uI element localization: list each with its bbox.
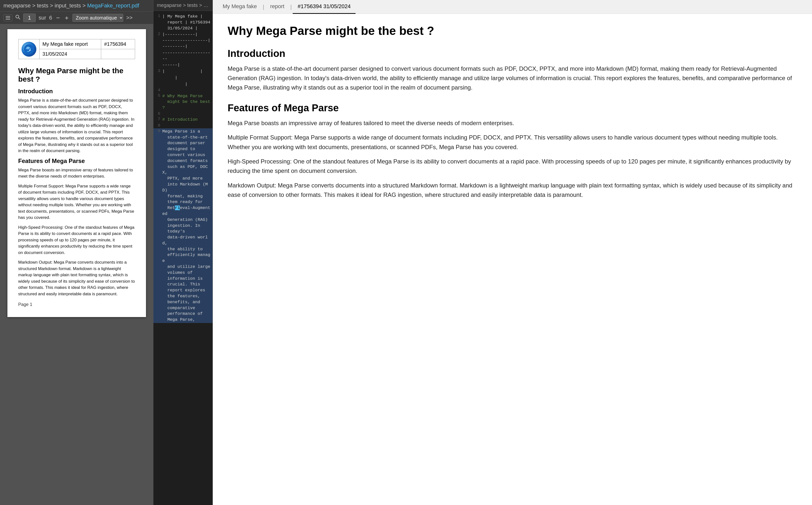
tab-report[interactable]: report	[265, 0, 289, 14]
code-line-1: 1 | My Mega fake | report | #1756394 31/…	[153, 13, 213, 31]
line-number: 2	[155, 32, 160, 49]
pdf-page: My Mega fake report #1756394 31/05/2024 …	[7, 29, 146, 317]
tab-separator: |	[262, 4, 265, 10]
line-text: ---------------------	[162, 50, 211, 62]
markdown-content: Why Mega Parse might be the best ? Intro…	[213, 14, 812, 505]
page-total: 6	[49, 15, 52, 21]
line-number: 9	[155, 129, 160, 323]
pdf-main-title: Why Mega Parse might be the best ?	[18, 66, 135, 83]
svg-point-3	[16, 15, 19, 18]
zoom-select[interactable]: Zoom automatique 50% 75% 100% 125% 150%	[73, 14, 123, 22]
svg-point-5	[24, 44, 34, 54]
code-line-9: 9 Mega Parse is a state-of-the-art docum…	[153, 128, 213, 323]
line-text: # Why Mega Parse might be the best ?	[162, 93, 211, 111]
tab-my-mega-fake[interactable]: My Mega fake	[218, 0, 262, 14]
sidebar-toggle-button[interactable]	[3, 14, 12, 21]
svg-point-6	[27, 47, 29, 49]
line-text: |------------|------------------|-------…	[162, 32, 210, 49]
svg-rect-2	[6, 19, 10, 19]
code-line-cont2: ------|	[153, 62, 213, 68]
zoom-out-button[interactable]: −	[55, 14, 61, 22]
markdown-h2-features: Features of Mega Parse	[228, 103, 797, 114]
line-number: 6	[155, 111, 160, 116]
line-number	[155, 81, 160, 87]
code-line-8: 8	[153, 123, 213, 128]
tab-separator-2: |	[289, 4, 293, 10]
code-line-2: 2 |------------|------------------|-----…	[153, 31, 213, 49]
pdf-intro-paragraph: Mega Parse is a state-of-the-art documen…	[18, 97, 135, 154]
line-number: 3	[155, 68, 160, 74]
code-line-3: 3 | |	[153, 68, 213, 75]
code-line-4: 4	[153, 88, 213, 93]
markdown-h1: Why Mega Parse might be the best ?	[228, 24, 797, 38]
pdf-content: My Mega fake report #1756394 31/05/2024 …	[0, 24, 153, 505]
line-number: 1	[155, 14, 160, 31]
page-separator: sur	[39, 15, 46, 21]
pdf-panel: megaparse > tests > input_tests > MegaFa…	[0, 0, 153, 505]
line-number	[155, 50, 160, 62]
pdf-page-number: Page 1	[18, 302, 135, 307]
pdf-features-p4: Markdown Output: Mega Parse converts doc…	[18, 259, 135, 297]
code-content-area[interactable]: 1 | My Mega fake | report | #1756394 31/…	[153, 11, 213, 505]
pdf-features-p3: High-Speed Processing: One of the stando…	[18, 224, 135, 256]
markdown-features-p3: High-Speed Processing: One of the stando…	[228, 157, 797, 176]
line-text: Mega Parse is a state-of-the-art documen…	[162, 129, 211, 323]
svg-rect-0	[6, 16, 10, 17]
code-panel: megaparse > tests > output_tests 1 | My …	[153, 0, 213, 505]
pdf-features-p2: Multiple Format Support: Mega Parse supp…	[18, 183, 135, 221]
markdown-h2-intro: Introduction	[228, 48, 797, 59]
pdf-intro-heading: Introduction	[18, 88, 135, 95]
pdf-features-heading: Features of Mega Parse	[18, 158, 135, 164]
pdf-header-table: My Mega fake report #1756394 31/05/2024	[18, 39, 135, 59]
code-line-3c: |	[153, 81, 213, 88]
more-button[interactable]: >>	[126, 15, 133, 21]
line-text: | |	[162, 68, 202, 74]
pdf-controls-bar: sur 6 − + Zoom automatique 50% 75% 100% …	[0, 12, 153, 24]
page-number-input[interactable]	[23, 14, 36, 22]
markdown-intro-paragraph: Mega Parse is a state-of-the-art documen…	[228, 64, 797, 93]
search-button[interactable]	[15, 15, 20, 21]
pdf-features-p1: Mega Parse boasts an impressive array of…	[18, 167, 135, 180]
line-number: 5	[155, 93, 160, 111]
tab-id-date[interactable]: #1756394 31/05/2024	[293, 0, 356, 14]
svg-rect-1	[6, 18, 10, 18]
line-text: | My Mega fake | report | #1756394 31/05…	[162, 14, 210, 31]
markdown-features-p2: Multiple Format Support: Mega Parse supp…	[228, 133, 797, 152]
line-number: 8	[155, 123, 160, 128]
line-text: ------|	[162, 62, 180, 68]
line-number	[155, 75, 160, 81]
pdf-breadcrumb-bar: megaparse > tests > input_tests > MegaFa…	[0, 0, 153, 12]
pdf-report-title: My Mega fake report	[39, 39, 101, 49]
line-number: 4	[155, 88, 160, 93]
code-line-cont: ---------------------	[153, 50, 213, 62]
code-line-6: 6	[153, 111, 213, 117]
markdown-features-p4: Markdown Output: Mega Parse converts doc…	[228, 181, 797, 200]
pdf-report-date: 31/05/2024	[39, 49, 101, 59]
markdown-features-p1: Mega Parse boasts an impressive array of…	[228, 119, 797, 128]
code-line-5: 5 # Why Mega Parse might be the best ?	[153, 93, 213, 111]
line-text: |	[162, 75, 177, 81]
svg-point-7	[29, 49, 31, 51]
markdown-panel: My Mega fake | report | #1756394 31/05/2…	[213, 0, 812, 505]
line-text: |	[162, 81, 187, 87]
pdf-logo	[21, 42, 36, 57]
line-text: # Introduction	[162, 117, 198, 123]
pdf-breadcrumb: megaparse > tests > input_tests > MegaFa…	[3, 2, 150, 9]
line-number	[155, 62, 160, 68]
code-breadcrumb: megaparse > tests > output_tests	[153, 0, 213, 11]
code-line-7: 7 # Introduction	[153, 117, 213, 123]
markdown-tabs: My Mega fake | report | #1756394 31/05/2…	[213, 0, 812, 14]
pdf-report-id: #1756394	[101, 39, 135, 49]
line-number: 7	[155, 117, 160, 123]
svg-line-4	[19, 18, 20, 19]
code-line-3b: |	[153, 75, 213, 81]
zoom-in-button[interactable]: +	[64, 14, 70, 22]
